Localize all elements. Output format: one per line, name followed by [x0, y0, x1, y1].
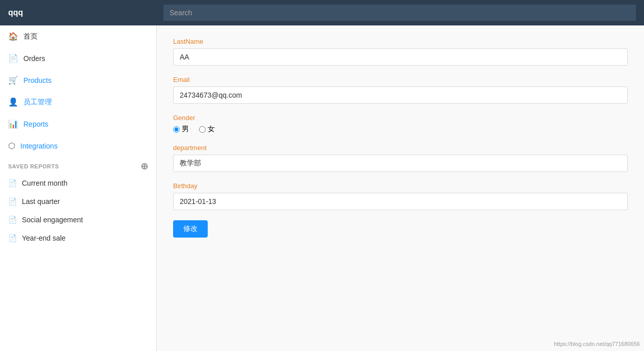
sidebar-item-integrations[interactable]: ⬡ Integrations [0, 135, 156, 157]
employee-icon: 👤 [8, 97, 18, 107]
orders-icon: 📄 [8, 53, 18, 63]
birthday-input[interactable] [173, 193, 628, 210]
gender-female-radio[interactable] [199, 126, 206, 133]
products-icon: 🛒 [8, 75, 18, 85]
birthday-label: Birthday [173, 182, 628, 190]
home-icon: 🏠 [8, 32, 18, 41]
saved-report-year-end-sale[interactable]: 📄 Year-end sale [0, 229, 156, 247]
reports-icon: 📊 [8, 119, 18, 129]
department-label: department [173, 144, 628, 152]
watermark: https://blog.csdn.net/qq771680656 [554, 341, 640, 347]
gender-group: Gender 男 女 [173, 114, 628, 134]
doc-icon: 📄 [8, 234, 17, 242]
gender-male-option[interactable]: 男 [173, 125, 189, 134]
saved-report-current-month[interactable]: 📄 Current month [0, 174, 156, 192]
add-saved-report-button[interactable]: ⊕ [141, 162, 149, 171]
doc-icon: 📄 [8, 216, 17, 224]
sidebar-item-reports[interactable]: 📊 Reports [0, 113, 156, 135]
integrations-icon: ⬡ [8, 141, 15, 151]
lastname-input[interactable] [173, 48, 628, 66]
lastname-label: LastName [173, 38, 628, 45]
email-group: Email [173, 76, 628, 104]
sidebar-item-products[interactable]: 🛒 Products [0, 69, 156, 91]
gender-male-radio[interactable] [173, 126, 180, 133]
department-group: department [173, 144, 628, 172]
saved-report-last-quarter[interactable]: 📄 Last quarter [0, 192, 156, 211]
birthday-group: Birthday [173, 182, 628, 210]
sidebar: 🏠 首页 📄 Orders 🛒 Products 👤 员工管理 📊 Report… [0, 25, 157, 351]
search-input[interactable] [163, 5, 636, 21]
doc-icon: 📄 [8, 179, 17, 187]
sidebar-item-orders[interactable]: 📄 Orders [0, 47, 156, 69]
sidebar-item-home[interactable]: 🏠 首页 [0, 25, 156, 47]
doc-icon: 📄 [8, 197, 17, 206]
saved-reports-header: SAVED REPORTS ⊕ [0, 157, 156, 174]
gender-female-label: 女 [208, 125, 215, 134]
sidebar-item-employee[interactable]: 👤 员工管理 [0, 91, 156, 113]
lastname-group: LastName [173, 38, 628, 66]
gender-female-option[interactable]: 女 [199, 125, 215, 134]
main-content: LastName Email Gender 男 女 de [157, 25, 644, 351]
department-input[interactable] [173, 155, 628, 172]
submit-button[interactable]: 修改 [173, 220, 208, 238]
email-label: Email [173, 76, 628, 83]
saved-report-social-engagement[interactable]: 📄 Social engagement [0, 211, 156, 229]
app-title: qqq [8, 8, 163, 17]
email-input[interactable] [173, 86, 628, 104]
gender-male-label: 男 [182, 125, 189, 134]
gender-label: Gender [173, 114, 628, 122]
